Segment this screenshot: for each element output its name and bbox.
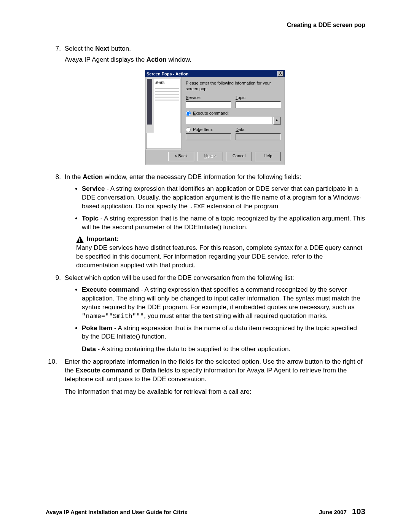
page-number: 103 [352, 507, 365, 516]
next-button[interactable]: Next > [197, 152, 223, 161]
execute-input[interactable] [186, 117, 272, 124]
execute-arrow-button[interactable]: ▸ [273, 117, 281, 125]
step-7: 7. Select the Next button. Avaya IP Agen… [46, 45, 365, 166]
back-button[interactable]: < Back [168, 152, 194, 161]
poke-radio[interactable] [186, 127, 191, 132]
page-footer: Avaya IP Agent Installation and User Gui… [46, 506, 365, 517]
data-label: Data: [236, 127, 281, 133]
footer-date: June 2007 [319, 509, 347, 515]
service-input[interactable] [186, 101, 231, 108]
dialog-screenshot: Screen Pops - Action X AVAYA [145, 70, 285, 165]
section-header: Creating a DDE screen pop [46, 21, 365, 29]
poke-input[interactable] [186, 133, 231, 140]
bullet-service: Service - A string expression that ident… [82, 185, 365, 211]
step-9: 9. Select which option will be used for … [46, 274, 365, 354]
bullet-topic: Topic - A string expression that is the … [82, 214, 365, 232]
execute-radio[interactable] [186, 111, 191, 116]
footer-title: Avaya IP Agent Installation and User Gui… [46, 508, 188, 516]
execute-label: Execute command: [193, 110, 229, 116]
step-10: 10. Enter the appropriate information in… [46, 358, 365, 396]
dialog-title: Screen Pops - Action [147, 71, 188, 77]
step-number: 7. [49, 45, 61, 53]
help-button[interactable]: Help [255, 152, 281, 161]
topic-label: Topic: [236, 95, 281, 101]
bullet-execute: Execute command - A string expression th… [82, 286, 365, 321]
poke-label: Poke Item: [193, 127, 213, 133]
service-label: Service: [186, 95, 231, 101]
step-number: 9. [49, 274, 61, 283]
warning-icon [76, 236, 84, 243]
close-icon[interactable]: X [277, 71, 284, 77]
data-input[interactable] [236, 133, 281, 140]
bullet-poke: Poke Item - A string expression that is … [82, 324, 365, 354]
important-text: Many DDE services have distinct features… [65, 244, 365, 270]
dialog-prompt: Please enter the following information f… [186, 80, 281, 92]
step-number: 10. [46, 358, 57, 366]
cancel-button[interactable]: Cancel [226, 152, 252, 161]
important-label: Important: [87, 235, 119, 244]
topic-input[interactable] [236, 101, 281, 108]
step-8: 8. In the Action window, enter the neces… [46, 173, 365, 270]
step-number: 8. [49, 173, 61, 182]
dialog-wizard-graphic: AVAYA [145, 77, 182, 150]
dialog-titlebar: Screen Pops - Action X [145, 70, 285, 77]
